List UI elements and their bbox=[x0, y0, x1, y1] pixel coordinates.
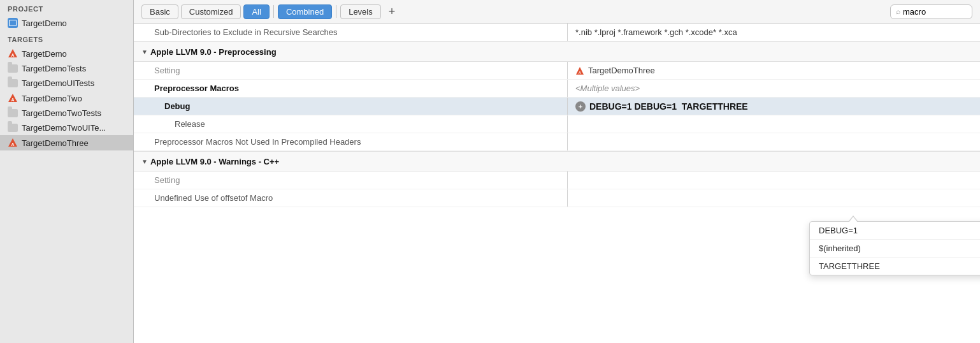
sidebar-item-targetdemotwouiTests[interactable]: TargetDemoTwoUITe... bbox=[0, 120, 133, 135]
debug-value: + DEBUG=1 DEBUG=1 TARGETTHREE bbox=[568, 99, 980, 114]
section1-target-header: A TargetDemoThree bbox=[568, 63, 980, 78]
tab-basic[interactable]: Basic bbox=[141, 4, 178, 19]
debug-name: Debug bbox=[134, 99, 567, 113]
section1-header[interactable]: ▼ Apple LLVM 9.0 - Preprocessing bbox=[134, 41, 980, 62]
tab-separator-2 bbox=[336, 5, 336, 18]
target-icon-targetdemotwo: A bbox=[8, 93, 18, 103]
svg-text:A: A bbox=[579, 71, 582, 75]
svg-text:A: A bbox=[11, 98, 14, 102]
tab-levels[interactable]: Levels bbox=[340, 4, 381, 19]
tab-all[interactable]: All bbox=[243, 4, 269, 19]
search-input[interactable] bbox=[903, 7, 967, 17]
project-icon bbox=[8, 18, 18, 28]
tooltip-popup: DEBUG=1 $(inherited) TARGETTHREE bbox=[809, 221, 980, 275]
sidebar-item-targetdemotwo[interactable]: A TargetDemoTwo bbox=[0, 91, 133, 106]
preprocessor-not-used-name: Preprocessor Macros Not Used In Precompi… bbox=[134, 135, 567, 149]
preprocessor-macros-value: <Multiple values> bbox=[568, 81, 980, 96]
tooltip-item-2: TARGETTHREE bbox=[810, 258, 980, 275]
sidebar: PROJECT TargetDemo TARGETS A TargetDemo … bbox=[0, 0, 134, 343]
sidebar-label-targetdemothree: TargetDemoThree bbox=[22, 138, 89, 148]
tooltip-item-1: $(inherited) bbox=[810, 240, 980, 258]
folder-icon-targetdemotwouiTests bbox=[8, 124, 18, 132]
preprocessor-not-used-value bbox=[568, 140, 980, 145]
target-icon-targetdemothree: A bbox=[8, 138, 18, 148]
section2-toggle[interactable]: ▼ bbox=[141, 158, 148, 165]
preprocessor-macros-name: Preprocessor Macros bbox=[134, 81, 567, 96]
tab-combined[interactable]: Combined bbox=[278, 4, 332, 19]
sidebar-label-targetdemouitests: TargetDemoUITests bbox=[22, 78, 94, 88]
folder-icon-targetdemotwotests bbox=[8, 109, 18, 117]
tab-customized[interactable]: Customized bbox=[181, 4, 241, 19]
section2-setting-col: Setting bbox=[134, 173, 567, 187]
sidebar-label-targetdemotests: TargetDemoTests bbox=[22, 64, 86, 73]
svg-text:A: A bbox=[11, 53, 14, 57]
offsetof-row: Undefined Use of offsetof Macro bbox=[134, 189, 980, 207]
preprocessor-not-used-row: Preprocessor Macros Not Used In Precompi… bbox=[134, 133, 980, 151]
section2-header[interactable]: ▼ Apple LLVM 9.0 - Warnings - C++ bbox=[134, 151, 980, 172]
section2-value-col bbox=[568, 178, 980, 183]
section1-title: Apple LLVM 9.0 - Preprocessing bbox=[150, 47, 277, 57]
sidebar-item-targetdemotwotests[interactable]: TargetDemoTwoTests bbox=[0, 106, 133, 120]
target-header-label: TargetDemoThree bbox=[588, 66, 655, 75]
release-name: Release bbox=[134, 117, 567, 131]
search-container: ⌕ bbox=[890, 4, 972, 19]
preprocessor-macros-row: Preprocessor Macros <Multiple values> bbox=[134, 80, 980, 98]
top-setting-name: Sub-Directories to Exclude in Recursive … bbox=[134, 25, 567, 40]
release-value bbox=[568, 122, 980, 127]
sidebar-item-targetdemouitests[interactable]: TargetDemoUITests bbox=[0, 76, 133, 91]
sidebar-project-label: TargetDemo bbox=[22, 18, 67, 28]
offsetof-name: Undefined Use of offsetof Macro bbox=[134, 191, 567, 205]
section1-col-header-row: Setting A TargetDemoThree bbox=[134, 62, 980, 80]
targets-section-header: TARGETS bbox=[0, 31, 133, 46]
sidebar-item-targetdemotests[interactable]: TargetDemoTests bbox=[0, 61, 133, 76]
folder-icon-targetdemotests bbox=[8, 64, 18, 73]
sidebar-label-targetdemotwo: TargetDemoTwo bbox=[22, 94, 82, 103]
project-section-header: PROJECT bbox=[0, 0, 133, 15]
debug-value-text: DEBUG=1 DEBUG=1 TARGETTHREE bbox=[589, 101, 748, 112]
add-circle-icon[interactable]: + bbox=[575, 101, 586, 112]
offsetof-value bbox=[568, 196, 980, 201]
sidebar-item-targetdemo[interactable]: A TargetDemo bbox=[0, 46, 133, 61]
sidebar-label-targetdemotwotests: TargetDemoTwoTests bbox=[22, 108, 101, 118]
add-button[interactable]: + bbox=[384, 4, 401, 19]
sidebar-item-project[interactable]: TargetDemo bbox=[0, 15, 133, 31]
top-setting-value: *.nib *.lproj *.framework *.gch *.xcode*… bbox=[568, 25, 980, 40]
svg-text:A: A bbox=[11, 142, 14, 147]
folder-icon-targetdemouitests bbox=[8, 79, 18, 87]
toolbar: Basic Customized All Combined Levels + ⌕ bbox=[134, 0, 980, 24]
debug-row[interactable]: Debug + DEBUG=1 DEBUG=1 TARGETTHREE bbox=[134, 98, 980, 115]
section1-toggle[interactable]: ▼ bbox=[141, 48, 148, 55]
main-content: Basic Customized All Combined Levels + ⌕… bbox=[134, 0, 980, 343]
sidebar-item-targetdemothree[interactable]: A TargetDemoThree bbox=[0, 135, 133, 150]
section2-title: Apple LLVM 9.0 - Warnings - C++ bbox=[150, 157, 279, 166]
tooltip-item-0: DEBUG=1 bbox=[810, 222, 980, 240]
setting-col-label: Setting bbox=[134, 63, 567, 78]
sidebar-label-targetdemotwouiTests: TargetDemoTwoUITe... bbox=[22, 123, 106, 133]
settings-content: Sub-Directories to Exclude in Recursive … bbox=[134, 24, 980, 343]
sidebar-label-targetdemo: TargetDemo bbox=[22, 49, 67, 59]
search-icon: ⌕ bbox=[896, 7, 900, 16]
section2-col-header-row: Setting bbox=[134, 172, 980, 189]
target-icon-targetdemo: A bbox=[8, 48, 18, 59]
top-setting-row: Sub-Directories to Exclude in Recursive … bbox=[134, 24, 980, 41]
tab-separator bbox=[273, 5, 274, 18]
release-row: Release bbox=[134, 115, 980, 133]
